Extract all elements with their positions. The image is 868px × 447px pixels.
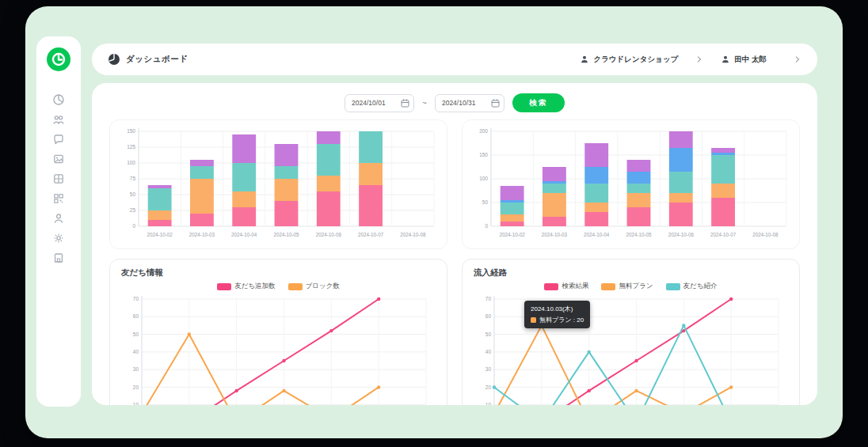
segment-blue xyxy=(584,167,608,184)
segment-blue xyxy=(501,200,524,203)
segment-purple xyxy=(627,160,651,172)
segment-orange xyxy=(584,203,608,212)
svg-text:2024-10-02: 2024-10-02 xyxy=(500,232,526,237)
segment-pink xyxy=(501,222,524,226)
segment-purple xyxy=(584,143,608,167)
legend-item[interactable]: 友だち紹介 xyxy=(666,282,718,291)
tooltip-series-value: 無料プラン : 20 xyxy=(539,316,584,324)
line-series xyxy=(494,325,731,405)
data-point xyxy=(377,385,380,388)
svg-text:0: 0 xyxy=(485,223,488,229)
legend-item[interactable]: 検索結果 xyxy=(544,282,588,291)
segment-pink xyxy=(275,201,299,226)
data-point xyxy=(282,389,285,392)
data-point xyxy=(634,389,638,392)
stacked-bar-chart-right[interactable]: 0501001502002024-10-022024-10-032024-10-… xyxy=(467,123,794,242)
legend-label: ブロック数 xyxy=(306,282,340,291)
svg-text:50: 50 xyxy=(485,331,492,337)
inflow-line-chart[interactable]: 0102030405060702024-10-022024-10-032024-… xyxy=(472,293,790,405)
svg-text:20: 20 xyxy=(485,384,492,390)
legend-swatch xyxy=(544,283,558,290)
segment-blue xyxy=(669,148,693,172)
gear-icon[interactable] xyxy=(52,232,65,244)
svg-text:0: 0 xyxy=(132,223,135,229)
brand-logo[interactable] xyxy=(47,47,70,71)
data-point xyxy=(282,359,285,362)
line-series xyxy=(494,325,731,405)
svg-text:2024-10-08: 2024-10-08 xyxy=(752,232,779,237)
date-from-input[interactable] xyxy=(345,94,414,112)
store-icon[interactable] xyxy=(52,252,65,264)
inflow-line-chart-card: 流入経路 検索結果無料プラン友だち紹介 0102030405060702024-… xyxy=(462,259,800,405)
svg-text:10: 10 xyxy=(133,402,139,405)
legend-swatch xyxy=(601,283,615,290)
segment-pink xyxy=(584,212,608,226)
chevron-right-icon[interactable] xyxy=(794,55,801,63)
data-point xyxy=(634,359,638,362)
segment-teal xyxy=(584,184,608,203)
chevron-right-icon[interactable] xyxy=(695,55,703,63)
segment-orange xyxy=(148,210,172,220)
sidebar-nav xyxy=(52,93,65,264)
grid-icon[interactable] xyxy=(52,172,65,185)
legend-item[interactable]: 友だち追加数 xyxy=(217,282,275,291)
segment-teal xyxy=(669,172,693,193)
segment-orange xyxy=(317,176,341,191)
pie-chart-icon[interactable] xyxy=(52,93,65,106)
stacked-bar-chart-left[interactable]: 02550751001251502024-10-022024-10-032024… xyxy=(115,123,442,242)
line-clock-logo xyxy=(47,47,70,71)
legend-label: 友だち追加数 xyxy=(234,282,275,291)
account-switcher-user[interactable]: 田中 太郎 xyxy=(721,55,767,65)
svg-text:70: 70 xyxy=(133,296,139,301)
image-icon[interactable] xyxy=(52,153,65,165)
date-from-box xyxy=(345,94,414,112)
friends-line-chart[interactable]: 0102030405060702024-10-022024-10-032024-… xyxy=(120,293,437,405)
segment-teal xyxy=(501,203,524,214)
chat-icon[interactable] xyxy=(52,133,65,146)
svg-text:150: 150 xyxy=(479,152,488,157)
segment-teal xyxy=(711,155,735,184)
svg-text:2024-10-07: 2024-10-07 xyxy=(358,232,384,237)
segment-purple xyxy=(232,134,256,163)
tooltip-row: 無料プラン : 20 xyxy=(531,316,584,324)
svg-text:75: 75 xyxy=(130,176,136,181)
legend-item[interactable]: 無料プラン xyxy=(601,282,653,291)
segment-teal xyxy=(359,131,383,163)
legend-item[interactable]: ブロック数 xyxy=(288,282,340,291)
svg-text:2024-10-04: 2024-10-04 xyxy=(231,232,257,237)
segment-teal xyxy=(190,166,214,179)
segment-purple xyxy=(501,186,524,200)
main-panel: ~ 検索 02550751001251502024-10-022024-10-0… xyxy=(92,83,817,405)
svg-text:25: 25 xyxy=(130,207,136,213)
svg-text:2024-10-06: 2024-10-06 xyxy=(668,232,695,237)
svg-text:200: 200 xyxy=(479,128,488,134)
search-button[interactable]: 検索 xyxy=(512,93,565,112)
segment-pink xyxy=(148,220,172,226)
segment-pink xyxy=(542,217,566,226)
chart-legend: 検索結果無料プラン友だち紹介 xyxy=(472,281,790,292)
person-icon xyxy=(721,55,730,64)
segment-orange xyxy=(542,193,566,217)
user-icon[interactable] xyxy=(52,212,65,225)
account-switcher-shop[interactable]: クラウドレンタショップ xyxy=(580,55,678,65)
segment-pink xyxy=(232,207,256,226)
svg-text:60: 60 xyxy=(485,313,492,319)
segment-orange xyxy=(190,179,214,214)
users-icon[interactable] xyxy=(52,113,65,126)
pie-chart-icon xyxy=(108,53,120,66)
svg-text:2024-10-05: 2024-10-05 xyxy=(273,232,299,237)
card-title: 流入経路 xyxy=(474,267,790,278)
svg-text:50: 50 xyxy=(133,331,139,337)
card-title: 友だち情報 xyxy=(121,267,437,278)
segment-blue xyxy=(542,181,566,184)
sidebar xyxy=(36,36,81,407)
bar-chart-card-left: 02550751001251502024-10-022024-10-032024… xyxy=(109,119,447,249)
svg-text:2024-10-05: 2024-10-05 xyxy=(626,232,652,237)
segment-blue xyxy=(627,172,651,184)
date-to-input[interactable] xyxy=(435,94,504,112)
svg-text:50: 50 xyxy=(130,191,136,197)
svg-text:30: 30 xyxy=(133,366,139,372)
qr-code-icon[interactable] xyxy=(52,192,65,205)
segment-orange xyxy=(232,191,256,207)
chart-tooltip: 2024.10.03(木) 無料プラン : 20 xyxy=(524,301,590,328)
